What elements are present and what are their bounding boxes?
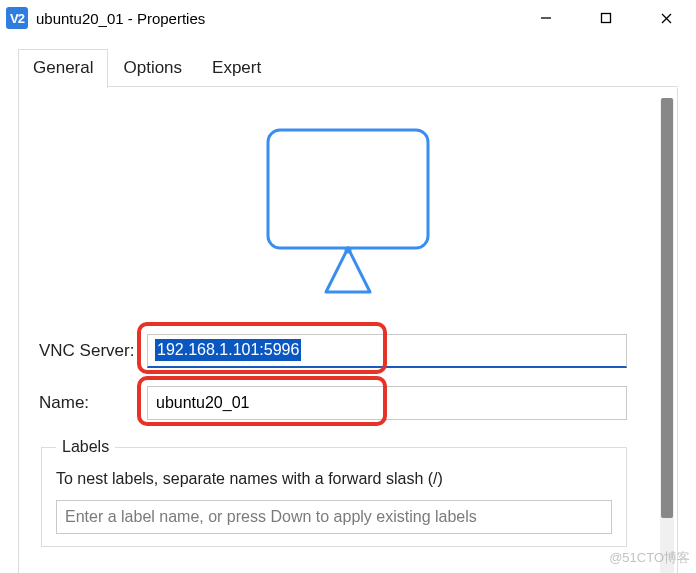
- vnc-server-input[interactable]: [147, 334, 627, 368]
- titlebar: V2 ubuntu20_01 - Properties: [0, 0, 696, 36]
- maximize-button[interactable]: [576, 0, 636, 36]
- window-controls: [516, 0, 696, 36]
- close-button[interactable]: [636, 0, 696, 36]
- general-pane: VNC Server: 192.168.1.101:5996 Name: Lab…: [18, 88, 678, 573]
- labels-input[interactable]: [56, 500, 612, 534]
- scrollbar[interactable]: [660, 98, 674, 573]
- monitor-icon: [248, 122, 448, 302]
- svg-rect-4: [268, 130, 428, 248]
- tab-bar: General Options Expert: [0, 48, 696, 88]
- scrollbar-thumb[interactable]: [661, 98, 673, 518]
- labels-group: Labels To nest labels, separate names wi…: [41, 438, 627, 547]
- monitor-illustration: [39, 104, 657, 324]
- tab-options[interactable]: Options: [108, 49, 197, 88]
- name-input[interactable]: [147, 386, 627, 420]
- vnc-server-label: VNC Server:: [39, 341, 147, 361]
- svg-point-5: [345, 247, 352, 254]
- vnc-server-input-wrap: 192.168.1.101:5996: [147, 334, 627, 368]
- close-icon: [660, 12, 673, 25]
- name-label: Name:: [39, 393, 147, 413]
- labels-legend: Labels: [56, 438, 115, 456]
- window-title: ubuntu20_01 - Properties: [36, 10, 205, 27]
- svg-rect-1: [602, 14, 611, 23]
- vnc-server-row: VNC Server: 192.168.1.101:5996: [39, 334, 657, 368]
- watermark: @51CTO博客: [609, 549, 690, 567]
- tab-expert[interactable]: Expert: [197, 49, 276, 88]
- name-row: Name:: [39, 386, 657, 420]
- name-input-wrap: [147, 386, 627, 420]
- app-icon: V2: [6, 7, 28, 29]
- maximize-icon: [600, 12, 612, 24]
- minimize-button[interactable]: [516, 0, 576, 36]
- tab-general[interactable]: General: [18, 49, 108, 88]
- labels-hint: To nest labels, separate names with a fo…: [56, 470, 612, 488]
- minimize-icon: [540, 12, 552, 24]
